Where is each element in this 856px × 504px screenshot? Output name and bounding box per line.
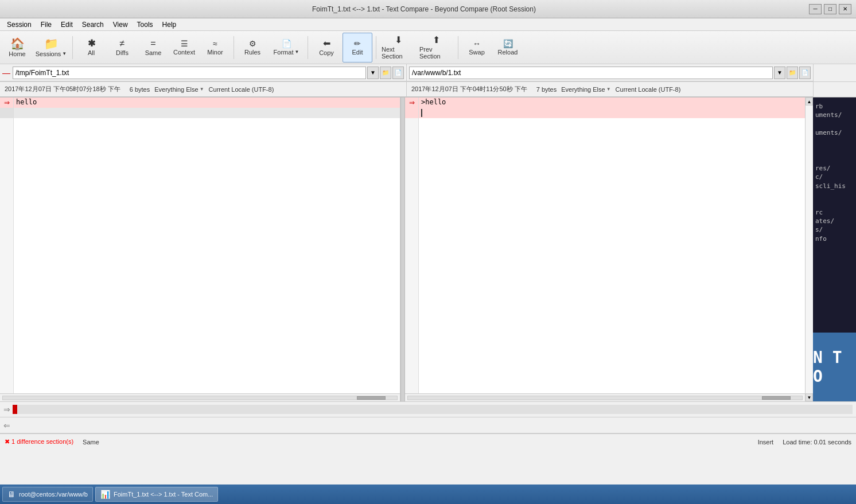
same-icon: = [150, 39, 155, 48]
left-file-info: 2017年12月07日 下午05时07分18秒 下午 6 bytes Every… [0, 82, 407, 97]
menu-edit[interactable]: Edit [56, 19, 77, 30]
vscroll-up-btn[interactable]: ▲ [806, 97, 813, 106]
reload-label: Reload [498, 49, 518, 56]
left-gutter: ⇒ [0, 97, 14, 393]
menu-file[interactable]: File [36, 19, 56, 30]
vscrollbar[interactable]: ▲ ▼ [805, 97, 813, 401]
taskbar-terminal-icon: 🖥 [7, 490, 15, 499]
editor-area: ⇒ hello ⇒ >hello [0, 97, 856, 401]
right-encoding-dropdown[interactable]: Everything Else ▼ [561, 86, 610, 93]
context-icon: ☰ [181, 40, 188, 48]
taskbar-bc-label: FoimTt_1.txt <--> 1.txt - Text Com... [114, 491, 213, 498]
copy-button[interactable]: ⬅ Copy [312, 33, 341, 62]
right-panel-path-spacer [813, 64, 856, 81]
minor-button[interactable]: ≈ Minor [200, 33, 230, 62]
edit-button[interactable]: ✏ Edit [343, 33, 372, 62]
left-encoding-arrow: ▼ [200, 87, 204, 92]
toolbar: 🏠 Home 📁 Sessions ▼ ✱ All ≠ Diffs = Same… [0, 31, 856, 64]
left-path-dropdown[interactable]: ▼ [367, 67, 379, 79]
left-text-content[interactable]: hello [14, 97, 400, 393]
right-hscroll-track[interactable] [407, 396, 803, 400]
right-hscroll-thumb[interactable] [762, 396, 791, 400]
left-hscrollbar[interactable] [0, 393, 400, 401]
right-editor-content[interactable]: ⇒ >hello [405, 97, 805, 393]
marker-arrow-2: ⇐ [3, 421, 10, 430]
right-editor-pane: ⇒ >hello [405, 97, 805, 401]
next-section-button[interactable]: ⬇ Next Section [380, 33, 417, 62]
left-line-empty [14, 108, 400, 118]
left-path-file[interactable]: 📄 [392, 67, 404, 79]
toolbar-separator-5 [458, 36, 458, 59]
reload-button[interactable]: 🔄 Reload [493, 33, 523, 62]
taskbar-beyondcompare[interactable]: 📊 FoimTt_1.txt <--> 1.txt - Text Com... [95, 487, 218, 502]
rules-label: Rules [244, 49, 260, 56]
title-bar: FoimTt_1.txt <--> 1.txt - Text Compare -… [0, 0, 856, 18]
minimize-button[interactable]: ─ [809, 4, 822, 14]
right-text-content[interactable]: >hello [419, 97, 805, 393]
prev-section-button[interactable]: ⬆ Prev Section [418, 33, 454, 62]
terminal-panel: rb uments/ uments/ res/ c/ scli_his rc a… [813, 97, 856, 401]
right-file-info: 2017年12月07日 下午04时11分50秒 下午 7 bytes Every… [407, 82, 813, 97]
right-path-dropdown[interactable]: ▼ [774, 67, 785, 79]
vscroll-track[interactable] [806, 106, 813, 393]
center-splitter[interactable] [400, 97, 405, 401]
menu-search[interactable]: Search [77, 19, 108, 30]
left-file-size: 6 bytes [130, 86, 150, 93]
left-path-input[interactable] [13, 67, 366, 79]
sessions-icon: 📁 [44, 38, 59, 49]
all-button[interactable]: ✱ All [76, 33, 106, 62]
menu-help[interactable]: Help [158, 19, 181, 30]
status-bar: ✖ 1 difference section(s) Same Insert Lo… [0, 433, 856, 450]
marker-arrow-1: ⇒ [3, 405, 10, 414]
minor-icon: ≈ [213, 40, 217, 48]
marker-diff-indicator [13, 405, 17, 414]
marker-area: ⇒ [0, 401, 856, 417]
menu-view[interactable]: View [108, 19, 133, 30]
swap-button[interactable]: ↔ Swap [462, 33, 492, 62]
left-hscroll-thumb[interactable] [357, 396, 386, 400]
menu-tools[interactable]: Tools [133, 19, 158, 30]
marker-area-2: ⇐ [0, 417, 856, 433]
right-path-input[interactable] [409, 67, 773, 79]
restore-button[interactable]: □ [824, 4, 836, 14]
left-encoding-dropdown[interactable]: Everything Else ▼ [154, 86, 204, 93]
left-hscroll-track[interactable] [2, 396, 398, 400]
left-path-arrow: — [2, 68, 11, 77]
edit-icon: ✏ [354, 40, 361, 48]
diffs-button[interactable]: ≠ Diffs [107, 33, 137, 62]
format-icon: 📄 [282, 40, 291, 48]
marker-track [13, 405, 853, 414]
left-line-1: hello [14, 97, 400, 108]
format-button[interactable]: 📄 Format ▼ [269, 33, 304, 62]
left-editor-content[interactable]: ⇒ hello [0, 97, 400, 393]
home-button[interactable]: 🏠 Home [2, 33, 32, 62]
terminal-text: rb uments/ uments/ res/ c/ scli_his rc a… [815, 102, 854, 243]
prev-section-label: Prev Section [419, 46, 453, 60]
sessions-label: Sessions ▼ [36, 50, 67, 57]
diffs-icon: ≠ [120, 39, 125, 48]
left-path-folder[interactable]: 📁 [380, 67, 391, 79]
taskbar: 🖥 root@centos:/var/www/b 📊 FoimTt_1.txt … [0, 485, 856, 504]
right-gutter: ⇒ [405, 97, 419, 393]
context-button[interactable]: ☰ Context [169, 33, 199, 62]
home-label: Home [9, 50, 25, 57]
same-label: Same [145, 49, 162, 56]
rules-button[interactable]: ⚙ Rules [238, 33, 267, 62]
right-path-folder[interactable]: 📁 [787, 67, 798, 79]
close-button[interactable]: ✕ [839, 4, 851, 14]
sessions-button[interactable]: 📁 Sessions ▼ [33, 33, 69, 62]
menu-bar: Session File Edit Search View Tools Help [0, 18, 856, 31]
menu-session[interactable]: Session [2, 19, 36, 30]
context-label: Context [173, 49, 195, 56]
taskbar-terminal[interactable]: 🖥 root@centos:/var/www/b [2, 487, 93, 502]
same-button[interactable]: = Same [138, 33, 168, 62]
right-panel-info-spacer [813, 82, 856, 97]
right-gutter-line2 [405, 108, 418, 118]
next-section-label: Next Section [382, 46, 415, 60]
prev-section-icon: ⬆ [433, 36, 440, 45]
right-path-file[interactable]: 📄 [799, 67, 811, 79]
right-hscrollbar[interactable] [405, 393, 805, 401]
minor-label: Minor [207, 49, 223, 56]
vscroll-down-btn[interactable]: ▼ [806, 393, 813, 401]
right-encoding-label: Everything Else [561, 86, 605, 93]
